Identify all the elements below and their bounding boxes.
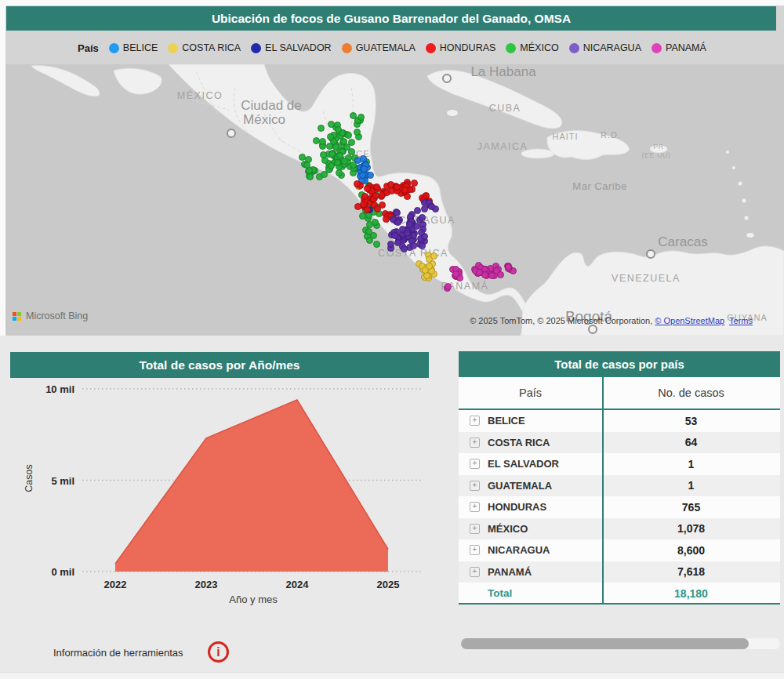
legend-item-6[interactable]: NICARAGUA <box>569 42 641 53</box>
x-tick-label: 2022 <box>92 579 139 590</box>
expand-icon[interactable]: + <box>470 502 480 512</box>
city-marker-icon <box>227 129 236 138</box>
expand-icon[interactable]: + <box>470 481 480 491</box>
table-row[interactable]: +HONDURAS765 <box>459 496 780 518</box>
country-cell: GUATEMALA <box>488 480 602 492</box>
table-title-bar: Total de casos por país <box>459 351 780 377</box>
focus-dot-méxico <box>373 241 380 248</box>
table-column-divider <box>602 377 604 603</box>
page-edge-left <box>0 0 5 336</box>
scrollbar-thumb[interactable] <box>461 638 749 649</box>
cases-cell: 8,600 <box>602 544 780 557</box>
focus-dot-honduras <box>360 201 367 208</box>
legend-item-2[interactable]: EL SALVADOR <box>251 42 332 53</box>
tooltip-info-label: Información de herramientas <box>53 647 183 659</box>
table-row[interactable]: +EL SALVADOR1 <box>459 453 780 475</box>
x-tick-label: 2025 <box>365 579 412 590</box>
map-label: HAITI <box>552 132 578 141</box>
bing-logo-text: Microsoft Bing <box>26 310 88 321</box>
focus-dot-costa-rica <box>430 252 437 260</box>
legend-dot-icon <box>251 43 261 53</box>
map-label: (EE UU) <box>642 151 671 159</box>
cases-cell: 64 <box>602 436 780 448</box>
country-cell: BELICE <box>488 415 602 427</box>
openstreetmap-link[interactable]: © OpenStreetMap <box>655 316 724 325</box>
table-row[interactable]: +MÉXICO1,078 <box>459 518 780 540</box>
focus-dot-méxico <box>303 162 310 169</box>
legend-item-label: HONDURAS <box>440 42 496 53</box>
focus-dot-méxico <box>313 137 320 144</box>
focus-dot-méxico <box>354 129 361 136</box>
legend-item-1[interactable]: COSTA RICA <box>168 42 241 53</box>
map-label: Caracas <box>658 234 707 250</box>
cases-cell: 1,078 <box>602 522 780 535</box>
table-row[interactable]: +COSTA RICA64 <box>459 432 780 454</box>
area-chart-title: Total de casos por Año/mes <box>140 358 300 372</box>
cases-table: País No. de casos +BELICE53+COSTA RICA64… <box>459 377 780 605</box>
focus-dot-panamá <box>445 283 452 290</box>
info-icon[interactable]: i <box>208 641 229 663</box>
map-label: La Habana <box>470 64 535 80</box>
legend-dot-icon <box>569 43 579 53</box>
expand-icon[interactable]: + <box>470 459 480 469</box>
focus-dot-méxico <box>358 114 365 121</box>
focus-dot-méxico <box>372 219 379 226</box>
cases-cell: 1 <box>602 479 780 492</box>
legend-item-label: NICARAGUA <box>583 42 641 53</box>
focus-dot-méxico <box>350 112 357 119</box>
focus-dot-honduras <box>404 193 411 200</box>
table-total-row: Total18,180 <box>459 583 780 605</box>
legend-item-7[interactable]: PANAMÁ <box>652 42 706 53</box>
legend-item-3[interactable]: GUATEMALA <box>342 42 416 53</box>
expand-icon[interactable]: + <box>470 567 480 577</box>
table-bottom-border <box>459 603 780 605</box>
country-cell: HONDURAS <box>488 501 602 513</box>
y-tick-label: 0 mil <box>31 566 74 578</box>
map-label: MÉXICO <box>177 90 223 101</box>
cases-cell: 765 <box>602 501 780 514</box>
cases-cell: 7,618 <box>602 565 780 578</box>
expand-icon[interactable]: + <box>470 545 480 555</box>
terms-link[interactable]: Terms <box>729 316 753 325</box>
focus-dot-nicaragua <box>391 232 398 239</box>
attribution-text: © 2025 TomTom, © 2025 Microsoft Corporat… <box>470 316 652 325</box>
legend-label: País <box>78 42 99 54</box>
country-cell: EL SALVADOR <box>488 458 602 470</box>
dashboard: Ubicación de focos de Gusano Barrenador … <box>0 0 784 679</box>
table-row[interactable]: +GUATEMALA1 <box>459 475 780 497</box>
bing-map[interactable]: MÉXICOCiudad deMéxicoLa HabanaCUBAJAMAIC… <box>0 64 784 336</box>
focus-dot-méxico <box>321 171 328 178</box>
table-row[interactable]: +BELICE53 <box>459 410 780 432</box>
legend-dot-icon <box>426 43 436 53</box>
legend-item-label: EL SALVADOR <box>265 42 332 53</box>
table-row[interactable]: +PANAMÁ7,618 <box>459 561 780 583</box>
map-label: Ciudad de <box>241 98 302 114</box>
focus-dot-méxico <box>328 151 336 158</box>
y-tick-label: 10 mil <box>31 383 74 395</box>
focus-dot-méxico <box>307 173 314 180</box>
focus-dot-méxico <box>335 126 342 133</box>
legend-item-4[interactable]: HONDURAS <box>426 42 496 53</box>
total-label: Total <box>488 587 602 599</box>
legend-dot-icon <box>652 43 662 53</box>
focus-dot-nicaragua <box>401 245 408 252</box>
y-tick-label: 5 mil <box>31 475 74 487</box>
horizontal-scrollbar[interactable] <box>461 638 780 649</box>
bing-logo: Microsoft Bing <box>13 310 88 321</box>
expand-icon[interactable]: + <box>470 416 480 426</box>
expand-icon[interactable]: + <box>470 524 480 534</box>
map-label: VENEZUELA <box>612 273 681 284</box>
focus-dot-honduras <box>411 180 418 187</box>
map-landmass-graphic <box>0 64 784 336</box>
map-label: PR <box>653 143 664 151</box>
table-row[interactable]: +NICARAGUA8,600 <box>459 539 780 561</box>
legend-item-label: PANAMÁ <box>666 42 706 53</box>
legend-item-0[interactable]: BELICE <box>109 42 158 53</box>
expand-icon[interactable]: + <box>470 438 480 448</box>
legend-dot-icon <box>109 43 119 53</box>
microsoft-logo-icon <box>13 312 21 321</box>
map-label: JAMAICA <box>477 141 528 152</box>
legend-item-5[interactable]: MÉXICO <box>506 42 558 53</box>
city-marker-icon <box>442 74 452 83</box>
focus-dot-costa-rica <box>426 263 433 270</box>
